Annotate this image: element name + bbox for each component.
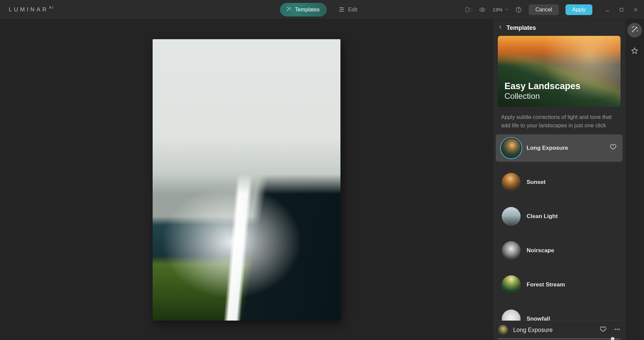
template-item-noirscape[interactable]: Noirscape — [496, 237, 623, 264]
template-label: Snowfall — [527, 316, 616, 321]
help-icon[interactable] — [515, 6, 522, 13]
template-item-forest-stream[interactable]: Forest Stream — [496, 271, 623, 298]
template-item-clean-light[interactable]: Clean Light — [496, 203, 623, 230]
magic-wand-icon — [631, 25, 639, 35]
window-minimize-icon[interactable] — [605, 7, 610, 12]
template-label: Forest Stream — [527, 281, 616, 288]
templates-tab-label: Templates — [295, 7, 320, 13]
svg-point-2 — [290, 9, 291, 10]
svg-point-11 — [519, 11, 519, 11]
templates-tab[interactable]: Templates — [280, 3, 327, 16]
back-button[interactable] — [498, 24, 502, 32]
sliders-icon — [339, 6, 345, 13]
intensity-slider[interactable] — [498, 338, 621, 339]
preview-toggle-icon[interactable] — [479, 6, 486, 13]
templates-panel: Templates Easy Landscapes Collection App… — [493, 19, 625, 340]
template-label: Long Exposure — [527, 145, 604, 151]
svg-point-17 — [616, 329, 618, 330]
svg-point-20 — [637, 30, 637, 31]
template-label: Clean Light — [527, 213, 616, 220]
right-rail — [625, 19, 644, 340]
svg-point-16 — [615, 329, 616, 330]
template-thumbnail — [502, 275, 521, 294]
template-thumbnail — [502, 310, 521, 321]
collection-text: Easy Landscapes Collection — [504, 81, 581, 101]
svg-point-21 — [633, 26, 634, 26]
favorite-button[interactable] — [610, 144, 616, 152]
svg-rect-13 — [620, 8, 623, 11]
template-thumbnail — [502, 207, 521, 226]
applied-thumbnail — [498, 325, 508, 335]
collection-subtitle: Collection — [504, 91, 581, 101]
svg-point-8 — [340, 11, 341, 12]
top-right-controls: 13% Cancel Apply — [466, 4, 638, 15]
apply-button-label: Apply — [572, 7, 586, 12]
svg-point-4 — [340, 7, 341, 8]
panel-header: Templates — [493, 19, 625, 36]
window-controls — [605, 7, 638, 12]
crop-tool-icon[interactable] — [466, 7, 472, 12]
template-label: Noirscape — [527, 247, 616, 254]
zoom-dropdown[interactable]: 13% — [492, 7, 508, 12]
more-icon — [614, 328, 621, 334]
chevron-down-icon — [504, 7, 508, 12]
panel-title: Templates — [506, 24, 536, 31]
svg-point-6 — [342, 9, 343, 10]
apply-button[interactable]: Apply — [566, 4, 592, 15]
ai-suggestions-button[interactable] — [627, 23, 642, 38]
heart-icon — [610, 144, 616, 152]
magic-icon — [286, 6, 292, 13]
favorite-applied-button[interactable] — [600, 326, 606, 334]
template-item-sunset[interactable]: Sunset — [496, 168, 623, 196]
heart-icon — [600, 328, 606, 334]
template-item-snowfall[interactable]: Snowfall — [496, 305, 623, 321]
collection-title: Easy Landscapes — [504, 81, 581, 91]
edit-tab-label: Edit — [348, 7, 358, 13]
window-close-icon[interactable] — [633, 7, 638, 12]
cancel-button[interactable]: Cancel — [529, 4, 559, 15]
template-list: Long ExposureSunsetClean LightNoirscapeF… — [493, 134, 625, 321]
more-options-button[interactable] — [614, 326, 621, 334]
canvas-area[interactable] — [0, 19, 493, 340]
template-thumbnail — [502, 139, 521, 157]
mode-switcher: Templates Edit — [280, 3, 364, 16]
star-icon — [631, 47, 639, 56]
zoom-value: 13% — [492, 7, 502, 12]
main-area: Templates Easy Landscapes Collection App… — [0, 19, 644, 340]
svg-point-19 — [632, 27, 632, 27]
template-thumbnail — [502, 241, 521, 260]
app-brand: LUMINAR — [9, 6, 49, 13]
top-bar: LUMINARAI Templates Edit — [0, 0, 644, 19]
app-logo: LUMINARAI — [9, 6, 54, 13]
collection-description: Apply subtle corrections of light and to… — [493, 107, 625, 134]
svg-point-1 — [288, 6, 288, 7]
svg-point-18 — [619, 329, 620, 330]
collection-card[interactable]: Easy Landscapes Collection — [498, 36, 621, 107]
svg-point-9 — [482, 9, 483, 10]
edit-tab[interactable]: Edit — [333, 3, 364, 16]
applied-template-bar: Long Exposure — [493, 321, 625, 340]
cancel-button-label: Cancel — [535, 7, 552, 12]
window-maximize-icon[interactable] — [619, 7, 624, 12]
favorites-rail-button[interactable] — [627, 44, 642, 59]
photo-preview — [153, 39, 340, 321]
template-item-long-exposure[interactable]: Long Exposure — [496, 134, 623, 162]
svg-point-0 — [287, 7, 287, 8]
slider-handle[interactable] — [611, 337, 614, 340]
applied-template-name: Long Exposure — [513, 327, 594, 334]
app-brand-suffix: AI — [49, 6, 54, 9]
chevron-left-icon — [498, 24, 502, 32]
template-label: Sunset — [527, 179, 616, 186]
template-thumbnail — [502, 173, 521, 192]
